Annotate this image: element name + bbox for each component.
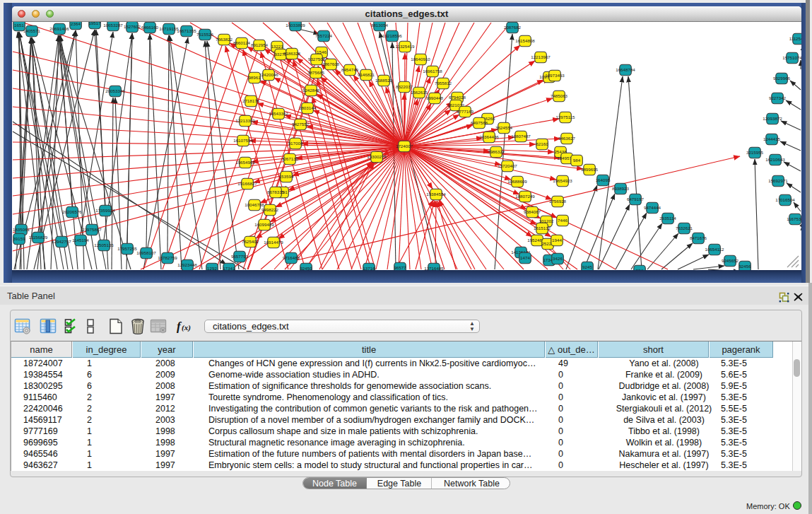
svg-text:7485063: 7485063 <box>551 93 568 98</box>
svg-text:917004: 917004 <box>288 141 303 146</box>
svg-text:12213967: 12213967 <box>531 54 551 59</box>
svg-text:13221: 13221 <box>271 44 283 49</box>
svg-text:17957255: 17957255 <box>117 246 137 251</box>
svg-text:9498222: 9498222 <box>261 207 279 212</box>
svg-text:984: 984 <box>573 158 581 163</box>
svg-text:62160: 62160 <box>536 141 548 146</box>
svg-text:16961758: 16961758 <box>423 69 442 74</box>
svg-text:15720407: 15720407 <box>498 163 517 168</box>
svg-text:1244415: 1244415 <box>763 136 781 141</box>
svg-text:20206576: 20206576 <box>62 209 82 214</box>
svg-text:92456: 92456 <box>739 264 751 269</box>
svg-text:13716485: 13716485 <box>424 266 444 270</box>
svg-text:1944: 1944 <box>552 238 562 243</box>
svg-text:19218596: 19218596 <box>382 33 402 38</box>
svg-text:2364: 2364 <box>71 22 81 26</box>
svg-text:12975115: 12975115 <box>555 115 575 119</box>
svg-text:9329966: 9329966 <box>773 76 791 81</box>
svg-text:9245: 9245 <box>582 264 592 269</box>
svg-text:7625402: 7625402 <box>242 239 259 244</box>
svg-text:9245652: 9245652 <box>722 258 739 263</box>
svg-text:2087682: 2087682 <box>504 25 522 30</box>
svg-text:16033809: 16033809 <box>286 23 305 28</box>
svg-text:2718176: 2718176 <box>242 98 260 103</box>
svg-text:1615132: 1615132 <box>534 226 551 230</box>
svg-text:1292: 1292 <box>207 266 217 270</box>
svg-text:9427552: 9427552 <box>292 122 310 127</box>
svg-text:924: 924 <box>636 268 644 270</box>
svg-text:9242848: 9242848 <box>302 88 320 93</box>
svg-text:2867608: 2867608 <box>322 62 340 66</box>
svg-text:8813054: 8813054 <box>371 23 389 28</box>
svg-text:10973493: 10973493 <box>545 73 565 78</box>
svg-text:9899695: 9899695 <box>581 167 599 172</box>
svg-text:1474: 1474 <box>520 255 530 260</box>
svg-text:10653287: 10653287 <box>103 23 123 28</box>
svg-text:9657791: 9657791 <box>231 254 249 259</box>
svg-text:7446: 7446 <box>558 218 567 223</box>
svg-text:17341: 17341 <box>223 266 235 270</box>
svg-text:92450: 92450 <box>300 266 312 270</box>
svg-text:11325419: 11325419 <box>395 44 415 49</box>
svg-text:10654112: 10654112 <box>705 247 724 252</box>
svg-text:20691406: 20691406 <box>49 26 69 31</box>
svg-text:9146821: 9146821 <box>358 72 375 77</box>
svg-text:3267130: 3267130 <box>281 156 299 161</box>
svg-text:15692971: 15692971 <box>768 178 788 183</box>
svg-text:1167534: 1167534 <box>787 216 801 221</box>
svg-text:98961: 98961 <box>248 75 261 80</box>
svg-text:1145194: 1145194 <box>72 238 89 243</box>
svg-text:16914479: 16914479 <box>264 240 283 245</box>
svg-text:2803144: 2803144 <box>299 105 317 110</box>
svg-text:3215955: 3215955 <box>746 150 764 155</box>
svg-text:16107554: 16107554 <box>233 138 253 143</box>
svg-text:10719155: 10719155 <box>159 26 179 31</box>
svg-text:153594: 153594 <box>279 174 294 179</box>
svg-text:16210643: 16210643 <box>765 157 785 162</box>
svg-text:8660124: 8660124 <box>233 40 251 45</box>
svg-text:10807487: 10807487 <box>511 134 531 139</box>
svg-text:3875685: 3875685 <box>307 70 325 75</box>
svg-text:19654923: 19654923 <box>553 178 572 183</box>
svg-text:8322037: 8322037 <box>396 84 413 89</box>
svg-text:8938923: 8938923 <box>612 186 630 191</box>
svg-text:12213369: 12213369 <box>235 118 255 123</box>
svg-text:1835061: 1835061 <box>13 227 30 232</box>
svg-text:20364436: 20364436 <box>479 134 499 139</box>
svg-text:1405571: 1405571 <box>23 28 41 33</box>
svg-text:9463627: 9463627 <box>558 136 576 141</box>
svg-text:16782759: 16782759 <box>158 255 177 260</box>
svg-text:164095: 164095 <box>596 177 611 182</box>
svg-text:19654965: 19654965 <box>235 160 255 165</box>
svg-text:15751074: 15751074 <box>782 55 801 60</box>
svg-text:11125419: 11125419 <box>789 36 801 41</box>
svg-text:20053346: 20053346 <box>105 88 125 93</box>
svg-text:9327508: 9327508 <box>308 57 326 62</box>
svg-text:9716485: 9716485 <box>283 255 300 260</box>
svg-text:10688609: 10688609 <box>507 179 527 184</box>
svg-text:9227342: 9227342 <box>769 95 787 100</box>
svg-text:7515526: 7515526 <box>196 32 214 37</box>
svg-text:8912954: 8912954 <box>251 42 269 47</box>
svg-text:22420046: 22420046 <box>259 72 278 77</box>
svg-text:7557224: 7557224 <box>315 33 333 38</box>
svg-text:19517: 19517 <box>88 22 101 25</box>
svg-text:1562615: 1562615 <box>411 90 428 95</box>
svg-text:2935114: 2935114 <box>659 216 676 221</box>
svg-text:16543362: 16543362 <box>269 111 288 116</box>
svg-text:6466160: 6466160 <box>141 25 159 30</box>
svg-text:8454749: 8454749 <box>341 67 359 72</box>
svg-text:39159: 39159 <box>13 236 25 241</box>
svg-text:16154808: 16154808 <box>515 38 535 43</box>
svg-text:1756928: 1756928 <box>549 199 567 204</box>
svg-text:(x): (x) <box>182 323 191 332</box>
svg-text:11156829: 11156829 <box>29 235 48 240</box>
svg-text:9777169: 9777169 <box>457 109 474 114</box>
svg-text:17016504: 17016504 <box>775 197 795 202</box>
svg-text:12923448: 12923448 <box>177 262 197 267</box>
svg-text:7663822: 7663822 <box>216 37 233 42</box>
svg-text:1588520: 1588520 <box>375 78 393 83</box>
svg-text:1527602: 1527602 <box>124 24 141 29</box>
svg-text:16671355: 16671355 <box>177 28 196 33</box>
svg-text:13716: 13716 <box>363 266 375 270</box>
